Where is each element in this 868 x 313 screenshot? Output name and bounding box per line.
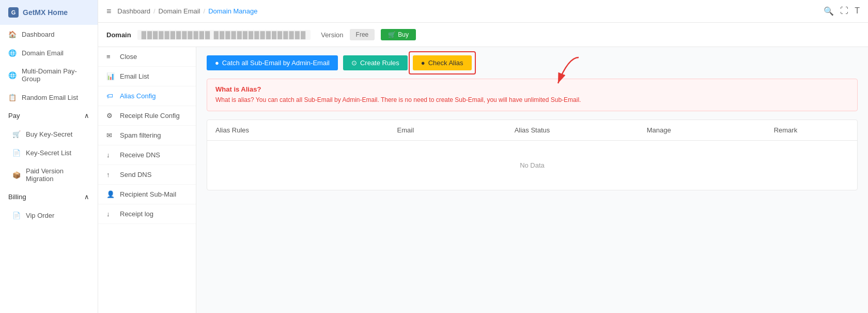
left-panel-label: Spam filtering — [120, 131, 161, 139]
sidebar-section-pay[interactable]: Pay ∧ — [0, 107, 98, 125]
buy-button[interactable]: 🛒 Buy — [381, 29, 416, 40]
sidebar: G GetMX Home 🏠 Dashboard 🌐 Domain Email … — [0, 0, 98, 313]
left-panel-label: Alias Config — [120, 92, 156, 100]
sidebar-item-label: Key-Secret List — [26, 149, 71, 157]
sidebar-item-random-email[interactable]: 📋 Random Email List — [0, 88, 98, 107]
sidebar-item-key-secret-list[interactable]: 📄 Key-Secret List — [4, 143, 98, 162]
left-panel-label: Receipt Rule Config — [120, 112, 180, 120]
sidebar-item-vip-order[interactable]: 📄 Vip Order — [4, 206, 98, 225]
left-panel-spam-filtering[interactable]: ✉ Spam filtering — [98, 126, 196, 145]
table-header: Alias Rules Email Alias Status Manage Re… — [207, 120, 857, 141]
create-rules-icon: ⊙ — [351, 59, 357, 67]
buy-key-icon: 🛒 — [12, 130, 21, 138]
search-icon[interactable]: 🔍 — [824, 6, 834, 16]
header: ≡ Dashboard / Domain Email / Domain Mana… — [98, 0, 868, 23]
create-rules-button[interactable]: ⊙ Create Rules — [343, 55, 408, 70]
domain-bar: Domain ████████████ ████████████████ Ver… — [98, 23, 868, 47]
left-panel-send-dns[interactable]: ↑ Send DNS — [98, 165, 196, 185]
random-email-icon: 📋 — [8, 93, 17, 101]
left-panel-label: Receipt log — [120, 210, 153, 218]
left-panel-receipt-rule[interactable]: ⚙ Receipt Rule Config — [98, 106, 196, 126]
left-panel-alias-config[interactable]: 🏷 Alias Config — [98, 86, 196, 106]
sidebar-item-label: Vip Order — [26, 212, 54, 219]
info-box-text: What is alias? You can catch all Sub-Ema… — [215, 95, 849, 105]
receipt-log-icon: ↓ — [106, 210, 115, 218]
domain-email-icon: 🌐 — [8, 49, 17, 57]
breadcrumb: Dashboard / Domain Email / Domain Manage — [117, 7, 257, 15]
sidebar-pay-submenu: 🛒 Buy Key-Secret 📄 Key-Secret List 📦 Pai… — [0, 125, 98, 188]
catch-all-icon: ● — [215, 59, 219, 67]
left-panel-label: Recipient Sub-Mail — [120, 190, 176, 198]
header-actions: 🔍 ⛶ T — [824, 6, 860, 16]
send-dns-icon: ↑ — [106, 171, 115, 178]
key-list-icon: 📄 — [12, 148, 21, 157]
recipient-icon: 👤 — [106, 190, 115, 198]
free-button[interactable]: Free — [350, 29, 375, 40]
table-col-alias-status: Alias Status — [469, 126, 595, 134]
sidebar-logo[interactable]: G GetMX Home — [0, 0, 98, 25]
check-alias-icon: ● — [421, 59, 425, 67]
buy-icon: 🛒 — [388, 31, 396, 38]
close-icon: ≡ — [106, 53, 115, 61]
sidebar-item-label: Dashboard — [22, 31, 55, 38]
sidebar-item-label: Buy Key-Secret — [26, 130, 72, 138]
sidebar-item-label: Paid Version Migration — [26, 167, 89, 183]
table-col-remark: Remark — [722, 126, 849, 134]
sidebar-billing-submenu: 📄 Vip Order — [0, 206, 98, 225]
alias-table: Alias Rules Email Alias Status Manage Re… — [207, 120, 858, 190]
left-panel-receive-dns[interactable]: ↓ Receive DNS — [98, 145, 196, 165]
sidebar-item-label: Domain Email — [22, 49, 64, 57]
check-alias-button[interactable]: ● Check Alias — [413, 55, 472, 70]
breadcrumb-domain-manage[interactable]: Domain Manage — [208, 7, 257, 15]
create-rules-label: Create Rules — [360, 59, 399, 67]
sidebar-section-billing[interactable]: Billing ∧ — [0, 188, 98, 206]
left-panel-label: Close — [120, 53, 137, 61]
chevron-icon: ∧ — [84, 193, 89, 201]
info-box: What is Alias? What is alias? You can ca… — [207, 79, 858, 111]
sidebar-item-label: Multi-Domain Pay-Group — [22, 67, 89, 83]
spam-filtering-icon: ✉ — [106, 131, 115, 139]
left-panel-email-list[interactable]: 📊 Email List — [98, 67, 196, 86]
sidebar-item-dashboard[interactable]: 🏠 Dashboard — [0, 25, 98, 43]
sidebar-item-multi-domain[interactable]: 🌐 Multi-Domain Pay-Group — [0, 62, 98, 88]
left-panel-label: Receive DNS — [120, 151, 160, 159]
buy-label: Buy — [398, 31, 409, 38]
check-alias-label: Check Alias — [428, 59, 463, 67]
domain-value: ████████████ ████████████████ — [137, 30, 311, 40]
left-panel-close[interactable]: ≡ Close — [98, 47, 196, 67]
table-col-alias-rules: Alias Rules — [215, 126, 342, 134]
left-panel-receipt-log[interactable]: ↓ Receipt log — [98, 204, 196, 224]
migration-icon: 📦 — [12, 171, 21, 179]
info-box-title: What is Alias? — [215, 85, 849, 93]
sidebar-item-domain-email[interactable]: 🌐 Domain Email — [0, 43, 98, 62]
sidebar-item-label: Random Email List — [22, 94, 78, 101]
sidebar-item-buy-key-secret[interactable]: 🛒 Buy Key-Secret — [4, 125, 98, 143]
breadcrumb-domain-email[interactable]: Domain Email — [159, 7, 200, 15]
multi-domain-icon: 🌐 — [8, 71, 17, 79]
receipt-rule-icon: ⚙ — [106, 112, 115, 120]
left-panel-recipient-sub-mail[interactable]: 👤 Recipient Sub-Mail — [98, 185, 196, 204]
catch-all-button[interactable]: ● Catch all Sub-Email by Admin-Email — [207, 55, 338, 70]
right-panel: ● Catch all Sub-Email by Admin-Email ⊙ C… — [196, 47, 868, 313]
check-alias-highlight: ● Check Alias — [413, 55, 472, 70]
domain-label: Domain — [106, 31, 131, 39]
dashboard-icon: 🏠 — [8, 30, 17, 38]
main-content: ≡ Dashboard / Domain Email / Domain Mana… — [98, 0, 868, 313]
alias-config-icon: 🏷 — [106, 92, 115, 100]
text-icon[interactable]: T — [855, 6, 860, 16]
logo-icon: G — [8, 7, 19, 18]
breadcrumb-sep-1: / — [153, 7, 156, 15]
breadcrumb-dashboard[interactable]: Dashboard — [117, 7, 150, 15]
content-wrapper: ≡ Close 📊 Email List 🏷 Alias Config ⚙ Re… — [98, 47, 868, 313]
table-col-manage: Manage — [596, 126, 722, 134]
left-panel-label: Email List — [120, 72, 149, 80]
action-buttons: ● Catch all Sub-Email by Admin-Email ⊙ C… — [207, 55, 858, 70]
logo-text: GetMX Home — [23, 8, 68, 17]
fullscreen-icon[interactable]: ⛶ — [840, 6, 848, 16]
email-list-icon: 📊 — [106, 72, 115, 80]
sidebar-item-paid-version-migration[interactable]: 📦 Paid Version Migration — [4, 162, 98, 188]
breadcrumb-sep-2: / — [204, 7, 206, 15]
left-panel: ≡ Close 📊 Email List 🏷 Alias Config ⚙ Re… — [98, 47, 196, 313]
receive-dns-icon: ↓ — [106, 151, 115, 159]
menu-icon[interactable]: ≡ — [106, 7, 111, 16]
